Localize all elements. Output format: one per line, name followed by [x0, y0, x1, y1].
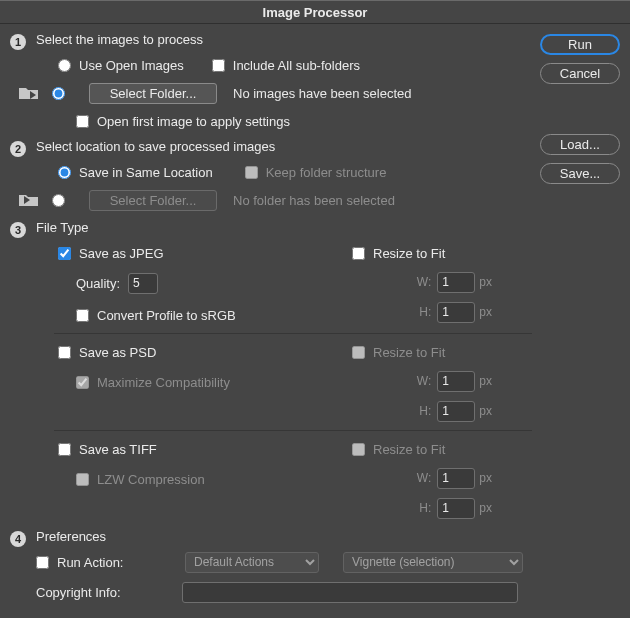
step-4-badge: 4 — [10, 531, 26, 547]
psd-h-input — [437, 401, 475, 422]
psd-h-unit: px — [479, 404, 492, 418]
save-jpeg-label: Save as JPEG — [79, 246, 164, 261]
step-2-title: Select location to save processed images — [36, 139, 532, 154]
quality-label: Quality: — [76, 276, 120, 291]
quality-input[interactable] — [128, 273, 158, 294]
run-button[interactable]: Run — [540, 34, 620, 55]
max-compat-check — [76, 376, 89, 389]
tiff-w-label: W: — [403, 471, 431, 485]
psd-resize-label: Resize to Fit — [373, 345, 445, 360]
step-3: 3 File Type Save as JPEG Quality: — [10, 220, 532, 521]
save-psd-label: Save as PSD — [79, 345, 156, 360]
no-images-label: No images have been selected — [233, 86, 412, 101]
select-folder-radio[interactable] — [52, 87, 65, 100]
window-title: Image Processor — [0, 0, 630, 24]
convert-srgb-label: Convert Profile to sRGB — [97, 308, 236, 323]
run-action-label: Run Action: — [57, 555, 177, 570]
save-same-location-radio[interactable] — [58, 166, 71, 179]
step-1-title: Select the images to process — [36, 32, 532, 47]
psd-resize-check — [352, 346, 365, 359]
save-tiff-check[interactable] — [58, 443, 71, 456]
step-4: 4 Preferences Run Action: Default Action… — [10, 529, 532, 618]
jpeg-resize-check[interactable] — [352, 247, 365, 260]
lzw-label: LZW Compression — [97, 472, 205, 487]
tiff-w-unit: px — [479, 471, 492, 485]
jpeg-h-unit: px — [479, 305, 492, 319]
step-1: 1 Select the images to process Use Open … — [10, 32, 532, 133]
keep-folder-structure-label: Keep folder structure — [266, 165, 387, 180]
load-button[interactable]: Load... — [540, 134, 620, 155]
jpeg-w-unit: px — [479, 275, 492, 289]
jpeg-w-label: W: — [403, 275, 431, 289]
run-action-check[interactable] — [36, 556, 49, 569]
jpeg-h-input — [437, 302, 475, 323]
lzw-check — [76, 473, 89, 486]
copyright-input[interactable] — [182, 582, 518, 603]
open-first-image-check[interactable] — [76, 115, 89, 128]
include-subfolders-check[interactable] — [212, 59, 225, 72]
psd-w-unit: px — [479, 374, 492, 388]
open-first-image-label: Open first image to apply settings — [97, 114, 290, 129]
save-same-location-label: Save in Same Location — [79, 165, 213, 180]
psd-w-label: W: — [403, 374, 431, 388]
jpeg-w-input — [437, 272, 475, 293]
save-jpeg-check[interactable] — [58, 247, 71, 260]
save-browse-folder-icon[interactable] — [18, 192, 40, 208]
browse-folder-icon[interactable] — [18, 85, 40, 101]
step-3-title: File Type — [36, 220, 532, 235]
step-3-badge: 3 — [10, 222, 26, 238]
psd-h-label: H: — [403, 404, 431, 418]
save-select-folder-radio[interactable] — [52, 194, 65, 207]
max-compat-label: Maximize Compatibility — [97, 375, 230, 390]
step-1-badge: 1 — [10, 34, 26, 50]
use-open-images-radio[interactable] — [58, 59, 71, 72]
action-name-select: Vignette (selection) — [343, 552, 523, 573]
tiff-h-input — [437, 498, 475, 519]
copyright-label: Copyright Info: — [36, 585, 174, 600]
convert-srgb-check[interactable] — [76, 309, 89, 322]
tiff-w-input — [437, 468, 475, 489]
cancel-button[interactable]: Cancel — [540, 63, 620, 84]
tiff-h-unit: px — [479, 501, 492, 515]
jpeg-h-label: H: — [403, 305, 431, 319]
action-set-select: Default Actions — [185, 552, 319, 573]
save-tiff-label: Save as TIFF — [79, 442, 157, 457]
jpeg-resize-label: Resize to Fit — [373, 246, 445, 261]
save-button[interactable]: Save... — [540, 163, 620, 184]
step-2-badge: 2 — [10, 141, 26, 157]
no-folder-label: No folder has been selected — [233, 193, 395, 208]
tiff-resize-check — [352, 443, 365, 456]
step-2: 2 Select location to save processed imag… — [10, 139, 532, 212]
step-4-title: Preferences — [36, 529, 532, 544]
tiff-resize-label: Resize to Fit — [373, 442, 445, 457]
save-psd-check[interactable] — [58, 346, 71, 359]
keep-folder-structure-check — [245, 166, 258, 179]
psd-w-input — [437, 371, 475, 392]
tiff-h-label: H: — [403, 501, 431, 515]
include-subfolders-label: Include All sub-folders — [233, 58, 360, 73]
use-open-images-label: Use Open Images — [79, 58, 184, 73]
select-folder-button[interactable]: Select Folder... — [89, 83, 217, 104]
save-select-folder-button[interactable]: Select Folder... — [89, 190, 217, 211]
